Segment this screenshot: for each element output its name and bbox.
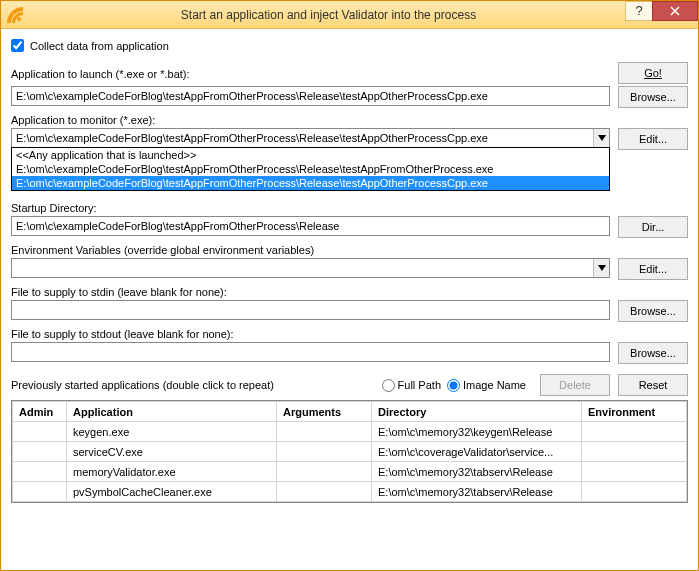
cell-app: pvSymbolCacheCleaner.exe bbox=[67, 482, 277, 502]
browse-stdout-button[interactable]: Browse... bbox=[618, 342, 688, 364]
dropdown-item[interactable]: <<Any application that is launched>> bbox=[12, 148, 609, 162]
dialog-body: Collect data from application Applicatio… bbox=[1, 29, 698, 570]
cell-args bbox=[277, 462, 372, 482]
browse-launch-button[interactable]: Browse... bbox=[618, 86, 688, 108]
col-arguments[interactable]: Arguments bbox=[277, 402, 372, 422]
app-monitor-combo[interactable] bbox=[11, 128, 610, 148]
radio-full-path[interactable]: Full Path bbox=[382, 379, 441, 392]
app-icon bbox=[7, 7, 23, 23]
cell-admin bbox=[13, 462, 67, 482]
table-row[interactable]: serviceCV.exeE:\om\c\coverageValidator\s… bbox=[13, 442, 687, 462]
dropdown-item[interactable]: E:\om\c\exampleCodeForBlog\testAppFromOt… bbox=[12, 162, 609, 176]
env-vars-combo[interactable] bbox=[11, 258, 610, 278]
close-button[interactable] bbox=[652, 1, 698, 21]
col-admin[interactable]: Admin bbox=[13, 402, 67, 422]
stdin-label: File to supply to stdin (leave blank for… bbox=[11, 286, 688, 298]
cell-app: memoryValidator.exe bbox=[67, 462, 277, 482]
table-row[interactable]: keygen.exeE:\om\c\memory32\keygen\Releas… bbox=[13, 422, 687, 442]
svg-point-0 bbox=[17, 17, 21, 21]
titlebar: Start an application and inject Validato… bbox=[1, 1, 698, 29]
radio-image-name[interactable]: Image Name bbox=[447, 379, 526, 392]
cell-admin bbox=[13, 422, 67, 442]
go-button[interactable]: Go! bbox=[618, 62, 688, 84]
delete-button[interactable]: Delete bbox=[540, 374, 610, 396]
cell-env bbox=[582, 482, 687, 502]
path-mode-radios: Full Path Image Name bbox=[382, 379, 526, 392]
dir-button[interactable]: Dir... bbox=[618, 216, 688, 238]
env-vars-label: Environment Variables (override global e… bbox=[11, 244, 688, 256]
edit-env-button[interactable]: Edit... bbox=[618, 258, 688, 280]
dropdown-item[interactable]: E:\om\c\exampleCodeForBlog\testAppFromOt… bbox=[12, 176, 609, 190]
collect-data-checkbox[interactable] bbox=[11, 39, 24, 52]
stdout-label: File to supply to stdout (leave blank fo… bbox=[11, 328, 688, 340]
cell-dir: E:\om\c\memory32\tabserv\Release bbox=[372, 462, 582, 482]
cell-admin bbox=[13, 482, 67, 502]
cell-env bbox=[582, 462, 687, 482]
stdout-input[interactable] bbox=[11, 342, 610, 362]
cell-args bbox=[277, 482, 372, 502]
combo-dropdown-button[interactable] bbox=[593, 129, 609, 147]
cell-dir: E:\om\c\memory32\tabserv\Release bbox=[372, 482, 582, 502]
col-directory[interactable]: Directory bbox=[372, 402, 582, 422]
table-row[interactable]: memoryValidator.exeE:\om\c\memory32\tabs… bbox=[13, 462, 687, 482]
col-application[interactable]: Application bbox=[67, 402, 277, 422]
table-row[interactable]: pvSymbolCacheCleaner.exeE:\om\c\memory32… bbox=[13, 482, 687, 502]
cell-dir: E:\om\c\coverageValidator\service... bbox=[372, 442, 582, 462]
help-button[interactable]: ? bbox=[625, 1, 653, 21]
cell-env bbox=[582, 422, 687, 442]
cell-app: keygen.exe bbox=[67, 422, 277, 442]
cell-app: serviceCV.exe bbox=[67, 442, 277, 462]
prev-apps-label: Previously started applications (double … bbox=[11, 379, 274, 391]
window-title: Start an application and inject Validato… bbox=[31, 8, 626, 22]
reset-button[interactable]: Reset bbox=[618, 374, 688, 396]
env-combo-button[interactable] bbox=[593, 259, 609, 277]
cell-args bbox=[277, 442, 372, 462]
cell-args bbox=[277, 422, 372, 442]
startup-dir-label: Startup Directory: bbox=[11, 202, 688, 214]
cell-env bbox=[582, 442, 687, 462]
cell-dir: E:\om\c\memory32\keygen\Release bbox=[372, 422, 582, 442]
table-header-row: Admin Application Arguments Directory En… bbox=[13, 402, 687, 422]
app-launch-label: Application to launch (*.exe or *.bat): bbox=[11, 68, 610, 80]
prev-apps-table: Admin Application Arguments Directory En… bbox=[11, 400, 688, 503]
edit-monitor-button[interactable]: Edit... bbox=[618, 128, 688, 150]
browse-stdin-button[interactable]: Browse... bbox=[618, 300, 688, 322]
collect-data-label: Collect data from application bbox=[30, 40, 169, 52]
app-monitor-dropdown: <<Any application that is launched>> E:\… bbox=[11, 147, 610, 191]
cell-admin bbox=[13, 442, 67, 462]
app-launch-input[interactable] bbox=[11, 86, 610, 106]
stdin-input[interactable] bbox=[11, 300, 610, 320]
col-environment[interactable]: Environment bbox=[582, 402, 687, 422]
startup-dir-input[interactable] bbox=[11, 216, 610, 236]
app-monitor-label: Application to monitor (*.exe): bbox=[11, 114, 688, 126]
dialog-window: Start an application and inject Validato… bbox=[0, 0, 699, 571]
